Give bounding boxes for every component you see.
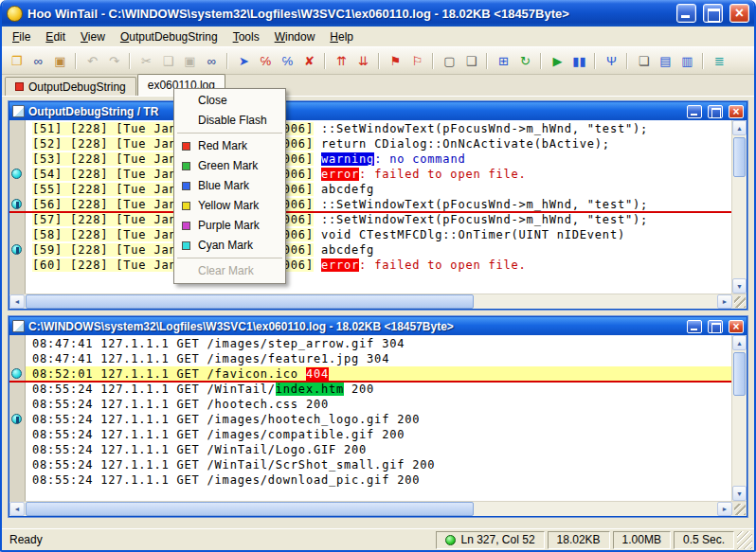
vertical-scrollbar[interactable] [731, 335, 747, 501]
log-line[interactable]: 08:47:41 127.1.1.1 GET /images/step_arro… [9, 336, 731, 351]
log-line[interactable]: 08:55:24 127.1.1.1 GET /WinTail/Logo.GIF… [9, 442, 731, 457]
log-line[interactable]: 08:55:24 127.1.1.1 GET /hootech.css 200 [9, 397, 731, 412]
horizontal-scrollbar[interactable] [9, 294, 732, 309]
add-flag-button[interactable]: ⚑ [385, 50, 406, 72]
child-maximize-button[interactable] [708, 105, 723, 118]
scroll-right-button[interactable] [717, 502, 732, 516]
menu-help[interactable]: Help [322, 27, 361, 47]
child-maximize-button[interactable] [708, 320, 723, 333]
bookmark-icon[interactable] [11, 368, 22, 379]
scroll-thumb[interactable] [26, 294, 474, 309]
child-close-button[interactable] [729, 320, 744, 333]
scroll-thumb[interactable] [733, 352, 746, 396]
highlight-red-button[interactable]: ℅ [255, 50, 277, 72]
copy-button[interactable]: ❑ [157, 50, 179, 72]
resize-grip[interactable] [732, 502, 747, 516]
filter-button[interactable]: Ψ [601, 50, 622, 72]
next-mark-button[interactable]: ⇊ [352, 50, 374, 72]
scroll-thumb[interactable] [733, 137, 746, 177]
menu-outputdebugstring[interactable]: OutputDebugString [113, 27, 225, 47]
log-window-titlebar[interactable]: C:\WINDOWS\system32\Logfiles\W3SVC1\ex06… [9, 317, 747, 335]
tile-vertical-button[interactable]: ▥ [676, 50, 698, 72]
menu-item-green-mark[interactable]: Green Mark [174, 156, 285, 176]
log-line[interactable]: [52] [228] [Tue Jan 10 08:52:06 2006] re… [9, 136, 731, 151]
bookmark-icon[interactable] [11, 169, 22, 179]
exclude-filter-button[interactable]: ✘ [298, 50, 320, 72]
close-button[interactable] [729, 4, 749, 23]
log-line[interactable]: [56] [228] [Tue Jan 10 08:52:06 2006] ::… [9, 197, 731, 212]
cut-button[interactable]: ✂ [135, 50, 157, 72]
redo-button[interactable]: ↷ [103, 50, 125, 72]
log-line[interactable]: 08:55:24 127.1.1.1 GET /WinTail/index.ht… [9, 382, 731, 397]
view-options-button[interactable]: ≣ [709, 50, 730, 72]
menu-window[interactable]: Window [267, 27, 323, 47]
window-resize-grip[interactable] [737, 531, 752, 549]
child-minimize-button[interactable] [687, 105, 702, 118]
maximize-button[interactable] [703, 4, 723, 23]
undo-button[interactable]: ↶ [81, 50, 103, 72]
pause-tail-button[interactable]: ▮▮ [568, 50, 590, 72]
new-view-button[interactable]: ▢ [439, 50, 460, 72]
scroll-down-button[interactable] [732, 486, 747, 501]
refresh-button[interactable]: ↻ [514, 50, 536, 72]
log-line[interactable]: [60] [228] [Tue Jan 10 08:52:06 2006] er… [9, 258, 731, 273]
clear-flag-button[interactable]: ⚐ [406, 50, 428, 72]
log-line[interactable]: 08:55:24 127.1.1.1 GET /images/download_… [9, 472, 731, 488]
log-line[interactable]: [54] [228] [Tue Jan 10 08:52:06 2006] er… [9, 167, 731, 182]
log-line[interactable]: [58] [228] [Tue Jan 10 08:52:06 2006] vo… [9, 227, 731, 242]
minimize-button[interactable] [676, 4, 696, 23]
horizontal-scrollbar[interactable] [9, 502, 732, 516]
scroll-left-button[interactable] [9, 502, 25, 516]
find-button[interactable]: ∞ [27, 50, 49, 72]
start-tail-button[interactable]: ▶ [547, 50, 568, 72]
menu-edit[interactable]: Edit [38, 27, 73, 47]
scroll-up-button[interactable] [732, 335, 747, 350]
scroll-right-button[interactable] [717, 294, 732, 309]
menu-tools[interactable]: Tools [225, 27, 267, 47]
bookmark-icon[interactable] [11, 244, 22, 255]
child-close-button[interactable] [729, 105, 744, 118]
child-minimize-button[interactable] [687, 320, 702, 333]
scroll-down-button[interactable] [732, 278, 747, 294]
resize-grip[interactable] [732, 294, 747, 309]
log-line[interactable]: [57] [228] [Tue Jan 10 08:52:06 2006] ::… [9, 212, 731, 227]
menu-item-yellow-mark[interactable]: Yellow Mark [174, 196, 285, 216]
prev-mark-button[interactable]: ⇈ [331, 50, 352, 72]
menu-view[interactable]: View [73, 27, 113, 47]
menu-item-purple-mark[interactable]: Purple Mark [174, 216, 285, 236]
clipboard-button[interactable]: ▣ [49, 50, 71, 72]
menu-item-blue-mark[interactable]: Blue Mark [174, 176, 285, 196]
log-line[interactable]: 08:55:24 127.1.1.1 GET /images/compatibl… [9, 427, 731, 442]
log-line[interactable]: [51] [228] [Tue Jan 10 08:52:06 2006] ::… [9, 121, 731, 136]
log-line[interactable]: [59] [228] [Tue Jan 10 08:52:06 2006] ab… [9, 242, 731, 258]
bookmark-icon[interactable] [11, 414, 22, 424]
highlight-blue-button[interactable]: ℅ [277, 50, 298, 72]
debug-window-titlebar[interactable]: OutputDebugString / TR [9, 102, 747, 120]
menu-item-red-mark[interactable]: Red Mark [174, 136, 285, 156]
tile-horizontal-button[interactable]: ▤ [655, 50, 676, 72]
log-line[interactable]: 08:55:24 127.1.1.1 GET /images/hootech_l… [9, 412, 731, 427]
cascade-windows-button[interactable]: ❏ [633, 50, 655, 72]
menu-file[interactable]: File [5, 27, 38, 47]
bookmark-icon[interactable] [11, 199, 22, 209]
log-line[interactable]: 08:52:01 127.1.1.1 GET /favicon.ico 404 [9, 366, 731, 382]
log-line[interactable]: 08:47:41 127.1.1.1 GET /images/feature1.… [9, 351, 731, 366]
open-file-button[interactable]: ❐ [6, 50, 27, 72]
paste-button[interactable]: ▣ [179, 50, 201, 72]
log-line[interactable]: [53] [228] [Tue Jan 10 08:52:06 2006] wa… [9, 151, 731, 167]
app-icon[interactable] [7, 6, 23, 22]
split-window-button[interactable]: ⊞ [493, 50, 514, 72]
menu-item-close[interactable]: Close [174, 91, 285, 111]
tab-outputdebugstring[interactable]: OutputDebugString [5, 77, 136, 96]
find-next-button[interactable]: ∞ [201, 50, 223, 72]
scroll-up-button[interactable] [732, 120, 747, 135]
menu-item-cyan-mark[interactable]: Cyan Mark [174, 236, 285, 256]
vertical-scrollbar[interactable] [731, 120, 747, 294]
include-filter-button[interactable]: ➤ [233, 50, 255, 72]
log-line[interactable]: [55] [228] [Tue Jan 10 08:52:06 2006] ab… [9, 182, 731, 197]
scroll-thumb[interactable] [26, 502, 474, 516]
clone-view-button[interactable]: ❑ [460, 50, 482, 72]
log-line[interactable]: 08:55:24 127.1.1.1 GET /WinTail/ScrShot_… [9, 457, 731, 472]
scroll-left-button[interactable] [9, 294, 25, 309]
menu-item-disable-flash[interactable]: Disable Flash [174, 111, 285, 131]
